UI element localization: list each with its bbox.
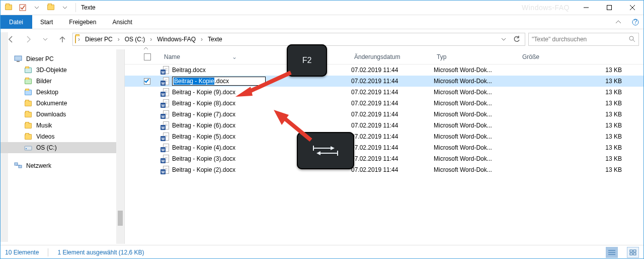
- file-row[interactable]: WBeitrag - Kopie.docx07.02.2019 11:44Mic…: [125, 76, 644, 87]
- search-icon[interactable]: [628, 35, 635, 44]
- svg-marker-25: [331, 146, 335, 150]
- qat-newfolder-icon[interactable]: [45, 2, 56, 13]
- status-count: 10 Elemente: [5, 249, 39, 256]
- sidebar-item-musik[interactable]: Musik: [0, 120, 124, 131]
- file-size: 13 KB: [519, 78, 644, 85]
- rename-input[interactable]: Beitrag - Kopie.docx: [172, 77, 266, 86]
- file-name: Beitrag - Kopie (2).docx: [172, 166, 235, 173]
- sidebar-item-network[interactable]: Netzwerk: [0, 160, 124, 171]
- explorer-icon[interactable]: [3, 2, 14, 13]
- sidebar-scrollbar[interactable]: [116, 49, 124, 244]
- column-name-label: Name: [164, 53, 180, 60]
- collapse-chevron-icon[interactable]: [143, 45, 151, 53]
- ribbon-tab-view[interactable]: Ansicht: [104, 15, 140, 29]
- rename-rest: .docx: [214, 78, 229, 85]
- refresh-icon[interactable]: [511, 33, 523, 45]
- word-document-icon: W: [161, 88, 169, 96]
- nav-recent-dropdown[interactable]: [38, 32, 52, 46]
- sidebar-item-label: Downloads: [36, 111, 66, 118]
- scrollbar-thumb[interactable]: [118, 211, 123, 226]
- quick-access-toolbar: [0, 2, 73, 13]
- chevron-right-icon[interactable]: ›: [149, 36, 153, 43]
- chevron-right-icon[interactable]: ›: [200, 36, 204, 43]
- svg-rect-19: [630, 250, 632, 252]
- select-all-checkbox[interactable]: [144, 53, 161, 60]
- file-row[interactable]: WBeitrag - Kopie (2).docx07.02.2019 11:4…: [125, 164, 644, 175]
- file-row[interactable]: WBeitrag - Kopie (3).docx07.02.2019 11:4…: [125, 153, 644, 164]
- annotation-key-f2: F2: [287, 44, 327, 77]
- annotation-key-tab: [297, 132, 354, 169]
- file-row[interactable]: WBeitrag - Kopie (7).docx07.02.2019 11:4…: [125, 109, 644, 120]
- word-document-icon: W: [161, 133, 169, 141]
- qat-dropdown2-icon[interactable]: [59, 2, 70, 13]
- column-size[interactable]: Größe: [519, 53, 644, 60]
- view-large-icons-button[interactable]: [627, 247, 639, 258]
- crumb-drive[interactable]: OS (C:): [122, 33, 148, 45]
- file-name: Beitrag - Kopie (8).docx: [172, 100, 235, 107]
- view-details-button[interactable]: [606, 247, 618, 258]
- svg-rect-2: [607, 5, 612, 10]
- qat-properties-icon[interactable]: [17, 2, 28, 13]
- sidebar-item-label: Netzwerk: [26, 162, 51, 169]
- sidebar-item-3d-objekte[interactable]: 3D-Objekte: [0, 64, 124, 76]
- svg-rect-12: [26, 148, 27, 149]
- sidebar-item-desktop[interactable]: Desktop: [0, 87, 124, 98]
- file-size: 13 KB: [519, 67, 644, 74]
- svg-rect-22: [633, 253, 636, 255]
- svg-rect-21: [630, 253, 632, 255]
- file-name: Beitrag - Kopie (4).docx: [172, 144, 235, 151]
- sidebar-item-downloads[interactable]: Downloads: [0, 109, 124, 120]
- chevron-right-icon[interactable]: ›: [117, 36, 121, 43]
- column-type[interactable]: Typ: [434, 53, 519, 60]
- file-row[interactable]: WBeitrag.docx07.02.2019 11:44Microsoft W…: [125, 64, 644, 76]
- titlebar-separator: [75, 3, 76, 12]
- folder-icon: [24, 110, 32, 118]
- file-name: Beitrag - Kopie (3).docx: [172, 155, 235, 162]
- file-date: 07.02.2019 11:44: [351, 122, 434, 129]
- file-row[interactable]: WBeitrag - Kopie (8).docx07.02.2019 11:4…: [125, 98, 644, 109]
- search-box[interactable]: "Texte" durchsuchen: [528, 33, 639, 46]
- svg-marker-28: [316, 151, 320, 155]
- file-row[interactable]: WBeitrag - Kopie (6).docx07.02.2019 11:4…: [125, 120, 644, 131]
- crumb-folder2[interactable]: Texte: [205, 33, 225, 45]
- file-size: 13 KB: [519, 133, 644, 140]
- file-row[interactable]: WBeitrag - Kopie (9).docx07.02.2019 11:4…: [125, 87, 644, 98]
- status-selection: 1 Element ausgewählt (12,6 KB): [57, 249, 144, 256]
- row-checkbox[interactable]: [144, 78, 150, 85]
- close-button[interactable]: [621, 0, 644, 15]
- qat-dropdown-icon[interactable]: [31, 2, 42, 13]
- file-date: 07.02.2019 11:44: [351, 144, 434, 151]
- minimize-button[interactable]: [575, 0, 598, 15]
- sidebar-item-bilder[interactable]: Bilder: [0, 76, 124, 87]
- file-row[interactable]: WBeitrag - Kopie (4).docx07.02.2019 11:4…: [125, 142, 644, 153]
- crumb-folder1[interactable]: Windows-FAQ: [154, 33, 199, 45]
- ribbon-help-icon[interactable]: ?: [627, 15, 644, 29]
- ribbon-tab-share[interactable]: Freigeben: [61, 15, 104, 29]
- nav-forward-button[interactable]: [21, 32, 35, 46]
- address-dropdown-icon[interactable]: [498, 33, 510, 45]
- network-icon: [14, 162, 22, 170]
- nav-up-button[interactable]: [55, 32, 69, 46]
- file-row[interactable]: WBeitrag - Kopie (5).docx07.02.2019 11:4…: [125, 131, 644, 142]
- file-date: 07.02.2019 11:44: [351, 78, 434, 85]
- sidebar-item-dokumente[interactable]: Dokumente: [0, 98, 124, 109]
- word-document-icon: W: [161, 155, 169, 163]
- maximize-button[interactable]: [598, 0, 621, 15]
- file-size: 13 KB: [519, 100, 644, 107]
- sidebar-item-os-c-[interactable]: OS (C:): [0, 142, 124, 153]
- sidebar-item-videos[interactable]: Videos: [0, 131, 124, 142]
- file-type: Microsoft Word-Dok...: [434, 89, 519, 96]
- folder-icon: [24, 77, 32, 85]
- ribbon-file-tab[interactable]: Datei: [0, 15, 32, 29]
- svg-rect-14: [19, 165, 22, 168]
- ribbon-expand-icon[interactable]: [610, 15, 627, 29]
- folder-icon: [24, 133, 32, 141]
- ribbon-tab-start[interactable]: Start: [32, 15, 61, 29]
- svg-rect-20: [633, 250, 636, 252]
- crumb-thispc[interactable]: Dieser PC: [82, 33, 116, 45]
- ribbon: Datei Start Freigeben Ansicht ?: [0, 15, 644, 29]
- sidebar-item-thispc[interactable]: Dieser PC: [0, 53, 124, 64]
- sidebar-item-label: Bilder: [36, 78, 52, 85]
- column-date[interactable]: Änderungsdatum: [351, 53, 434, 60]
- chevron-right-icon[interactable]: ›: [77, 36, 81, 43]
